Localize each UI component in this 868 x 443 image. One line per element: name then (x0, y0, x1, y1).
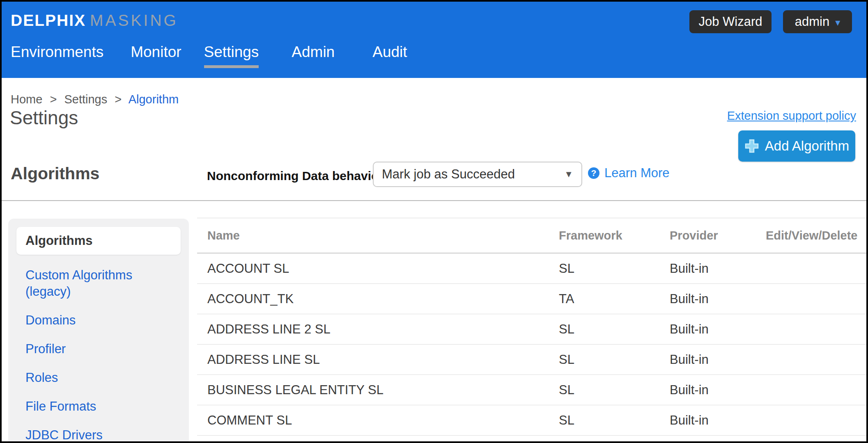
algorithms-table: Name Framework Provider Edit/View/Delete… (197, 218, 866, 436)
table-row[interactable]: ADDRESS LINE SL SL Built-in (197, 345, 866, 375)
breadcrumb: Home > Settings > Algorithm (11, 93, 179, 106)
cell-name: ADDRESS LINE 2 SL (197, 322, 559, 337)
nav-item-admin[interactable]: Admin (292, 43, 335, 68)
breadcrumb-home[interactable]: Home (11, 93, 42, 106)
nav-item-environments[interactable]: Environments (11, 43, 103, 68)
cell-framework: SL (559, 413, 670, 428)
cell-framework: SL (559, 261, 670, 276)
table-header-row: Name Framework Provider Edit/View/Delete (197, 218, 866, 253)
select-caret-icon: ▼ (564, 169, 573, 180)
user-menu-label: admin (795, 14, 829, 29)
primary-navigation: Environments Monitor Settings Admin Audi… (11, 43, 407, 68)
sidebar-item-file-formats[interactable]: File Formats (25, 398, 181, 415)
add-algorithm-button[interactable]: Add Algorithm (738, 130, 855, 162)
job-wizard-button[interactable]: Job Wizard (689, 10, 772, 33)
table-row[interactable]: ACCOUNT SL SL Built-in (197, 253, 866, 284)
nav-item-settings-label: Settings (204, 43, 259, 60)
cell-framework: TA (559, 292, 670, 306)
cell-framework: SL (559, 383, 670, 397)
sidebar-item-domains[interactable]: Domains (25, 312, 181, 329)
sidebar-item-algorithms[interactable]: Algorithms (16, 227, 181, 255)
sidebar-item-profiler[interactable]: Profiler (25, 341, 181, 357)
breadcrumb-settings[interactable]: Settings (64, 93, 107, 106)
extension-support-policy-link[interactable]: Extension support policy (727, 109, 856, 123)
brand-secondary: MASKING (90, 11, 178, 29)
settings-sidebar: Algorithms Custom Algorithms (legacy) Do… (8, 219, 189, 441)
column-header-framework: Framework (559, 229, 670, 242)
user-menu-button[interactable]: admin ▾ (783, 10, 852, 33)
cell-name: ACCOUNT_TK (197, 292, 559, 306)
breadcrumb-separator: > (50, 93, 57, 106)
nonconforming-behavior-select[interactable]: Mark job as Succeeded ▼ (373, 162, 582, 187)
table-row[interactable]: BUSINESS LEGAL ENTITY SL SL Built-in (197, 375, 866, 405)
cell-provider: Built-in (670, 352, 766, 367)
breadcrumb-separator: > (115, 93, 122, 106)
cell-name: COMMENT SL (197, 413, 559, 428)
cell-provider: Built-in (670, 261, 766, 276)
section-divider (2, 200, 866, 201)
algorithms-heading: Algorithms (11, 164, 99, 183)
cell-name: ACCOUNT SL (197, 261, 559, 276)
brand-primary: DELPHIX (11, 11, 86, 29)
nav-item-settings[interactable]: Settings (204, 43, 259, 68)
add-algorithm-label: Add Algorithm (765, 138, 849, 154)
sidebar-item-roles[interactable]: Roles (25, 370, 181, 386)
nav-item-audit[interactable]: Audit (372, 43, 407, 68)
top-header-bar: DELPHIXMASKING Environments Monitor Sett… (2, 2, 866, 78)
cell-name: BUSINESS LEGAL ENTITY SL (197, 383, 559, 397)
brand-logo: DELPHIXMASKING (11, 11, 178, 30)
plus-icon (744, 139, 759, 153)
cell-provider: Built-in (670, 413, 766, 428)
cell-provider: Built-in (670, 383, 766, 397)
sidebar-item-custom-algorithms[interactable]: Custom Algorithms (legacy) (25, 267, 181, 300)
cell-provider: Built-in (670, 322, 766, 337)
table-row[interactable]: COMMENT SL SL Built-in (197, 405, 866, 436)
column-header-name: Name (197, 229, 559, 242)
nonconforming-selected-value: Mark job as Succeeded (382, 167, 564, 182)
sidebar-item-jdbc-drivers[interactable]: JDBC Drivers (25, 427, 181, 443)
sidebar-links: Custom Algorithms (legacy) Domains Profi… (16, 267, 181, 443)
app-window: DELPHIXMASKING Environments Monitor Sett… (0, 0, 868, 443)
cell-name: ADDRESS LINE SL (197, 352, 559, 367)
table-row[interactable]: ADDRESS LINE 2 SL SL Built-in (197, 314, 866, 345)
table-row[interactable]: ACCOUNT_TK TA Built-in (197, 284, 866, 314)
nav-item-monitor[interactable]: Monitor (131, 43, 181, 68)
cell-framework: SL (559, 352, 670, 367)
active-tab-underline (204, 65, 259, 68)
learn-more-link[interactable]: Learn More (604, 166, 670, 180)
help-icon[interactable]: ? (588, 167, 599, 179)
column-header-actions: Edit/View/Delete (766, 229, 866, 242)
cell-provider: Built-in (670, 292, 766, 306)
breadcrumb-current-algorithm[interactable]: Algorithm (129, 93, 179, 106)
column-header-provider: Provider (670, 229, 766, 242)
chevron-down-icon: ▾ (835, 18, 840, 27)
cell-framework: SL (559, 322, 670, 337)
page-title: Settings (10, 107, 78, 129)
nonconforming-behavior-label: Nonconforming Data behavior (207, 169, 383, 183)
